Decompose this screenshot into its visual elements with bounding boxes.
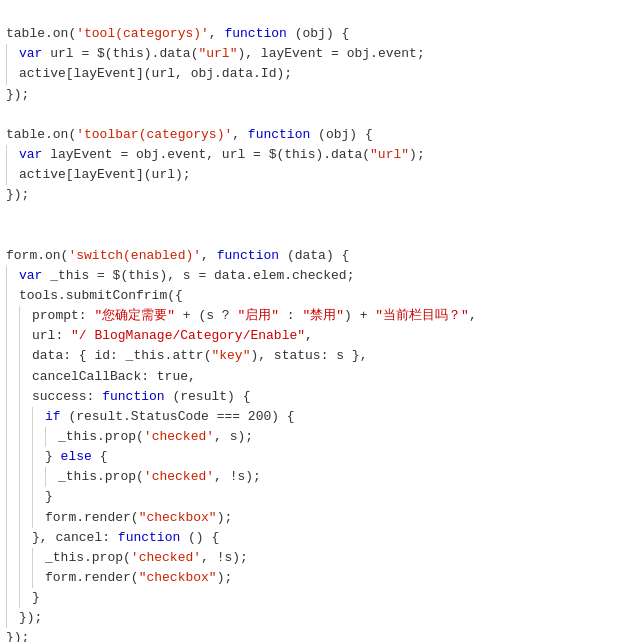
token-plain: active[layEvent](url, obj.data.Id); [19, 66, 292, 81]
code-text: cancelCallBack: true, [32, 367, 625, 387]
code-text: if (result.StatusCode === 200) { [45, 407, 625, 427]
token-plain: , [201, 248, 217, 263]
code-text: } [45, 487, 625, 507]
indent-guide [19, 306, 32, 326]
code-text: _this.prop('checked', !s); [58, 467, 625, 487]
code-text [6, 226, 625, 246]
token-plain: } [32, 590, 40, 605]
indent-guide [6, 588, 19, 608]
code-text: form.on('switch(enabled)', function (dat… [6, 246, 625, 266]
code-line: form.render("checkbox"); [0, 568, 631, 588]
token-plain: prompt: [32, 308, 94, 323]
indent-guide [19, 326, 32, 346]
code-text: }); [6, 628, 625, 642]
indent-guide [32, 508, 45, 528]
indent-guide [32, 407, 45, 427]
token-plain: , !s); [214, 469, 261, 484]
token-plain: _this.prop( [45, 550, 131, 565]
token-cn: "禁用" [302, 308, 344, 323]
token-plain: }); [6, 187, 29, 202]
token-plain: , [469, 308, 477, 323]
code-text: success: function (result) { [32, 387, 625, 407]
indent-guide [32, 568, 45, 588]
code-text: prompt: "您确定需要" + (s ? "启用" : "禁用") + "当… [32, 306, 625, 326]
indent-guide [19, 568, 32, 588]
code-line: }, cancel: function () { [0, 528, 631, 548]
indent-guide [6, 487, 19, 507]
indent-guide [6, 145, 19, 165]
code-text: }); [6, 85, 625, 105]
code-line [0, 226, 631, 246]
indent-guide [19, 387, 32, 407]
token-plain: , [209, 26, 225, 41]
token-plain: table.on( [6, 26, 76, 41]
token-plain: _this = $(this), s = data.elem.checked; [42, 268, 354, 283]
token-plain: (result) { [165, 389, 251, 404]
indent-guide [19, 467, 32, 487]
token-fn: function [102, 389, 164, 404]
token-str: 'toolbar(categorys)' [76, 127, 232, 142]
token-str: 'checked' [144, 429, 214, 444]
token-str: "url" [198, 46, 237, 61]
token-plain: ) + [344, 308, 375, 323]
token-plain: } [45, 489, 53, 504]
token-kw: else [61, 449, 92, 464]
indent-guide [32, 548, 45, 568]
code-text: tools.submitConfrim({ [19, 286, 625, 306]
code-line: table.on('tool(categorys)', function (ob… [0, 24, 631, 44]
token-fn: function [118, 530, 180, 545]
code-text: var _this = $(this), s = data.elem.check… [19, 266, 625, 286]
indent-guide [6, 326, 19, 346]
code-line: _this.prop('checked', s); [0, 427, 631, 447]
code-line: } [0, 487, 631, 507]
code-line: var _this = $(this), s = data.elem.check… [0, 266, 631, 286]
token-fn: function [217, 248, 279, 263]
indent-guide [19, 528, 32, 548]
token-plain: success: [32, 389, 102, 404]
code-text [6, 105, 625, 125]
token-cn: "启用" [237, 308, 279, 323]
indent-guide [19, 346, 32, 366]
token-plain: (result.StatusCode === 200) { [61, 409, 295, 424]
indent-guide [6, 528, 19, 548]
indent-guide [19, 487, 32, 507]
indent-guide [6, 286, 19, 306]
token-str: 'tool(categorys)' [76, 26, 209, 41]
indent-guide [19, 407, 32, 427]
code-text: table.on('toolbar(categorys)', function … [6, 125, 625, 145]
code-text: } [32, 588, 625, 608]
code-line: }); [0, 608, 631, 628]
code-line: }); [0, 628, 631, 642]
code-line: cancelCallBack: true, [0, 367, 631, 387]
token-str: "url" [370, 147, 409, 162]
token-plain: data: { id: _this.attr( [32, 348, 211, 363]
token-fn: function [248, 127, 310, 142]
code-line: _this.prop('checked', !s); [0, 467, 631, 487]
indent-guide [6, 447, 19, 467]
code-text: }, cancel: function () { [32, 528, 625, 548]
token-plain: active[layEvent](url); [19, 167, 191, 182]
token-plain: cancelCallBack: true, [32, 369, 196, 384]
indent-guide [32, 487, 45, 507]
code-line: var url = $(this).data("url"), layEvent … [0, 44, 631, 64]
code-line [0, 105, 631, 125]
indent-guide [6, 548, 19, 568]
indent-guide [6, 568, 19, 588]
token-plain: tools.submitConfrim({ [19, 288, 183, 303]
indent-guide [19, 367, 32, 387]
token-plain: table.on( [6, 127, 76, 142]
code-line: if (result.StatusCode === 200) { [0, 407, 631, 427]
code-line: } else { [0, 447, 631, 467]
code-line: active[layEvent](url, obj.data.Id); [0, 64, 631, 84]
indent-guide [6, 44, 19, 64]
token-plain: , !s); [201, 550, 248, 565]
code-line: prompt: "您确定需要" + (s ? "启用" : "禁用") + "当… [0, 306, 631, 326]
token-str: "checkbox" [139, 510, 217, 525]
indent-guide [6, 266, 19, 286]
token-plain: (data) { [279, 248, 349, 263]
token-plain: form.render( [45, 570, 139, 585]
indent-guide [6, 407, 19, 427]
token-plain: layEvent = obj.event, url = $(this).data… [42, 147, 370, 162]
token-fn: function [224, 26, 286, 41]
code-text: _this.prop('checked', s); [58, 427, 625, 447]
